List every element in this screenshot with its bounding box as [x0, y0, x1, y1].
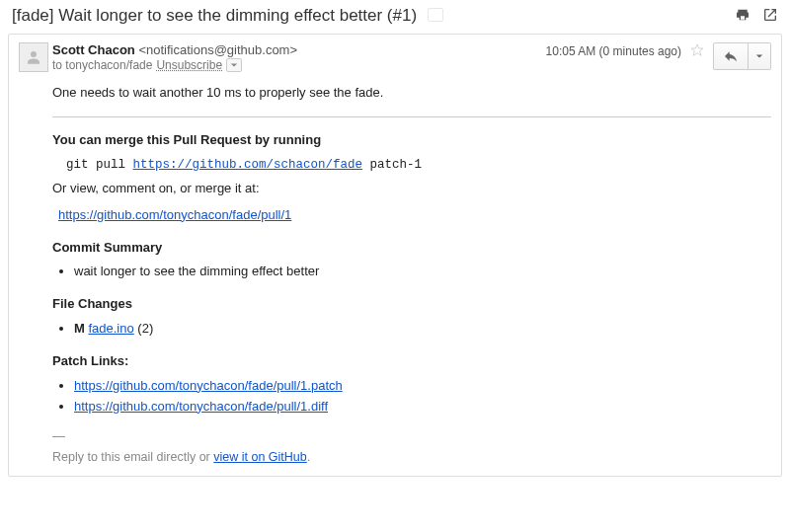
sender-avatar[interactable]: [19, 42, 48, 72]
sender-email: <notifications@github.com>: [138, 42, 297, 57]
open-new-window-icon[interactable]: [762, 7, 778, 26]
list-item: wait longer to see the dimming effect be…: [74, 263, 771, 281]
intro-text: One needs to wait another 10 ms to prope…: [52, 84, 771, 103]
message-body: One needs to wait another 10 ms to prope…: [9, 74, 781, 476]
details-dropdown-icon[interactable]: [226, 58, 242, 72]
git-pull-command: git pull https://github.com/schacon/fade…: [66, 156, 771, 174]
file-changes-heading: File Changes: [52, 295, 771, 314]
signature-dash: —: [52, 427, 771, 446]
unsubscribe-link[interactable]: Unsubscribe: [156, 58, 222, 72]
diff-link[interactable]: https://github.com/tonychacon/fade/pull/…: [74, 399, 328, 414]
patch-links-heading: Patch Links:: [52, 352, 771, 371]
commit-summary-heading: Commit Summary: [52, 239, 771, 258]
label-icon[interactable]: [428, 8, 443, 22]
timestamp: 10:05 AM (0 minutes ago): [546, 42, 681, 58]
file-link[interactable]: fade.ino: [88, 321, 133, 336]
merge-heading: You can merge this Pull Request by runni…: [52, 131, 771, 150]
view-on-github-link[interactable]: view it on GitHub: [213, 450, 306, 464]
more-actions-dropdown[interactable]: [749, 42, 771, 70]
signature-line: Reply to this email directly or view it …: [52, 448, 771, 466]
star-icon[interactable]: [689, 42, 705, 58]
divider: [52, 116, 771, 117]
list-item: https://github.com/tonychacon/fade/pull/…: [74, 398, 771, 417]
reply-button[interactable]: [713, 42, 749, 70]
email-subject: [fade] Wait longer to see the dimming ef…: [12, 6, 735, 26]
recipient-text: to tonychacon/fade: [52, 58, 152, 72]
list-item: M fade.ino (2): [74, 320, 771, 339]
or-line: Or view, comment on, or merge it at:: [52, 180, 771, 198]
list-item: https://github.com/tonychacon/fade/pull/…: [74, 377, 771, 396]
to-line: to tonychacon/fade Unsubscribe: [52, 58, 297, 72]
print-icon[interactable]: [735, 7, 750, 26]
from-line: Scott Chacon <notifications@github.com>: [52, 42, 297, 57]
patch-link[interactable]: https://github.com/tonychacon/fade/pull/…: [74, 378, 343, 393]
message-card: Scott Chacon <notifications@github.com> …: [8, 34, 782, 477]
pr-url-link[interactable]: https://github.com/tonychacon/fade/pull/…: [58, 207, 291, 222]
sender-name[interactable]: Scott Chacon: [52, 42, 135, 57]
git-repo-link[interactable]: https://github.com/schacon/fade: [133, 158, 363, 172]
